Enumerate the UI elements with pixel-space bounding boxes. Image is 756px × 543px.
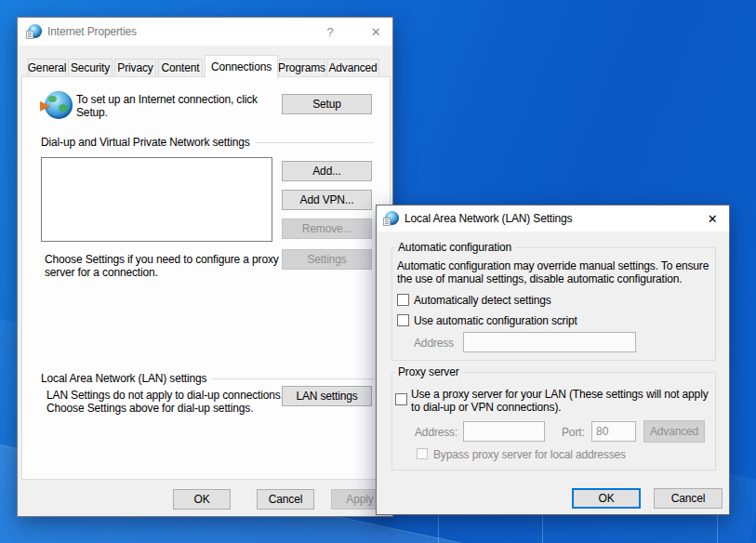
ok-button[interactable]: OK [572,488,641,509]
bypass-proxy-checkbox [417,448,428,459]
cancel-button[interactable]: Cancel [654,488,723,509]
automatically-detect-settings-checkbox[interactable] [397,294,409,306]
setup-button[interactable]: Setup [282,94,372,114]
cancel-button[interactable]: Cancel [257,489,314,510]
script-address-field [463,332,636,352]
internet-properties-icon [28,24,42,38]
setup-arrow-icon [40,101,50,111]
tab-general[interactable]: General [28,59,66,77]
lan-settings-dialog: Local Area Network (LAN) Settings ✕ Auto… [376,205,730,515]
close-icon[interactable]: ✕ [361,18,391,46]
dialup-vpn-group-label: Dial-up and Virtual Private Network sett… [41,136,374,149]
connections-tab-page: To set up an Internet connection, click … [21,76,391,480]
settings-button: Settings [282,249,372,270]
tab-content[interactable]: Content [158,59,203,77]
automatic-configuration-group-label: Automatic configuration [395,241,514,254]
window-title: Local Area Network (LAN) Settings [405,212,572,225]
bypass-proxy-label: Bypass proxy server for local addresses [433,448,626,461]
close-icon[interactable]: ✕ [697,205,727,232]
dialup-connections-listbox[interactable] [41,157,272,242]
tab-advanced[interactable]: Advanced [326,59,379,77]
tab-security[interactable]: Security [68,59,113,77]
proxy-address-field [463,421,545,442]
remove-button: Remove... [282,219,372,239]
advanced-button: Advanced [643,420,705,443]
lan-settings-titlebar[interactable]: Local Area Network (LAN) Settings ✕ [377,205,729,232]
desktop-wallpaper: Internet Properties ? ✕ General Security… [0,0,756,543]
use-automatic-configuration-script-checkbox[interactable] [397,314,409,326]
use-automatic-configuration-script-label: Use automatic configuration script [414,314,577,327]
setup-description: To set up an Internet connection, click … [76,93,288,119]
ok-button[interactable]: OK [173,489,231,510]
help-button[interactable]: ? [315,18,345,46]
lan-settings-icon [385,211,399,225]
automatic-configuration-description: Automatic configuration may override man… [397,259,719,285]
window-title: Internet Properties [47,25,137,38]
script-address-label: Address [414,337,454,350]
tab-programs[interactable]: Programs [279,59,325,77]
use-proxy-server-checkbox[interactable] [395,393,407,405]
internet-properties-titlebar[interactable]: Internet Properties ? ✕ [18,18,392,46]
internet-properties-dialog: Internet Properties ? ✕ General Security… [17,17,393,517]
proxy-server-group-label: Proxy server [395,365,462,378]
add-button[interactable]: Add... [282,161,372,181]
internet-setup-icon [45,91,73,119]
lan-settings-hint: LAN Settings do not apply to dial-up con… [46,389,290,415]
use-proxy-server-label: Use a proxy server for your LAN (These s… [411,388,714,414]
proxy-port-label: Port: [562,426,585,439]
tab-privacy[interactable]: Privacy [114,59,156,77]
lan-settings-button[interactable]: LAN settings [282,386,372,406]
add-vpn-button[interactable]: Add VPN... [282,190,372,210]
proxy-port-field [591,421,636,442]
proxy-address-label: Address: [415,426,458,439]
tab-connections[interactable]: Connections [205,55,278,78]
wallpaper-line [717,513,718,543]
automatically-detect-settings-label: Automatically detect settings [414,294,551,307]
choose-settings-hint: Choose Settings if you need to configure… [45,253,279,279]
lan-group-label: Local Area Network (LAN) settings [41,372,374,385]
